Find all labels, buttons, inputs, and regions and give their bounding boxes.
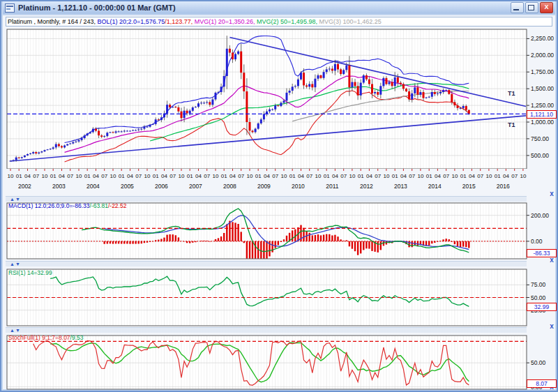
month-tick-label: 01 bbox=[119, 173, 125, 179]
rsi-reorder-arrows[interactable]: ▲▼ bbox=[10, 262, 21, 266]
y-axis-tick: 2,250.00 bbox=[531, 35, 554, 42]
month-tick-label: 04 bbox=[93, 173, 99, 179]
month-tick-label: 07 bbox=[375, 173, 381, 179]
label-segment: RSI(1) 14=32.99 bbox=[8, 269, 52, 276]
month-tick-label: 04 bbox=[59, 173, 65, 179]
month-tick-label: 10 bbox=[213, 173, 219, 179]
month-tick-label: 10 bbox=[349, 173, 355, 179]
month-tick-label: 10 bbox=[315, 173, 322, 179]
label-segment: /9.53 bbox=[70, 334, 84, 341]
month-tick-label: 10 bbox=[179, 173, 185, 179]
current-price-box: 1,121.10 bbox=[527, 110, 557, 119]
month-tick-label: 04 bbox=[161, 173, 167, 179]
close-button[interactable]: X bbox=[540, 2, 553, 13]
macd-value-box: -86.33 bbox=[527, 249, 557, 257]
year-label: 2004 bbox=[86, 183, 100, 190]
macd-panel-close-button[interactable]: x bbox=[548, 257, 555, 264]
time-axis: 1001040710010407100104071001040710010407… bbox=[6, 169, 555, 197]
month-tick-label: 01 bbox=[50, 173, 56, 179]
month-tick-label: 01 bbox=[187, 173, 193, 179]
y-axis-tick: 500.00 bbox=[531, 152, 549, 159]
month-tick-label: 01 bbox=[495, 173, 501, 179]
year-label: 2012 bbox=[360, 183, 373, 190]
year-label: 2009 bbox=[257, 183, 271, 190]
y-axis-tick: 50.00 bbox=[531, 359, 546, 366]
month-tick-label: 04 bbox=[400, 173, 407, 179]
chart-window: Platinum - 1,121.10 - 00:00:00 01 Mar (G… bbox=[0, 0, 558, 392]
month-tick-label: 04 bbox=[298, 173, 304, 179]
month-tick-label: 10 bbox=[451, 173, 458, 179]
month-tick-label: 04 bbox=[435, 173, 441, 179]
stoch-panel-canvas[interactable]: 50.000.00 bbox=[6, 331, 555, 392]
label-segment: Platinum , Monthly, # 164 / 243, bbox=[8, 18, 97, 25]
y-axis-tick: 1,000.00 bbox=[531, 119, 554, 126]
month-tick-label: 07 bbox=[204, 173, 210, 179]
trendline-label-lower: T1 bbox=[508, 121, 515, 128]
month-tick-label: 04 bbox=[366, 173, 372, 179]
month-tick-label: 10 bbox=[383, 173, 389, 179]
macd-reorder-arrows[interactable]: ▲▼ bbox=[10, 197, 21, 202]
y-axis-tick: 200.00 bbox=[531, 212, 549, 219]
main-chart-canvas[interactable]: 2,250.002,000.001,750.001,500.001,250.00… bbox=[6, 27, 555, 169]
month-tick-label: 04 bbox=[195, 173, 202, 179]
restore-button[interactable] bbox=[525, 2, 538, 13]
label-segment: StochFull(1) 9;1;7=8.07 bbox=[8, 334, 70, 341]
rsi-panel-canvas[interactable]: 75.0050.0025.00 bbox=[6, 264, 555, 331]
label-segment: MVG(2) 50=1,495.98, bbox=[257, 18, 319, 25]
month-tick-label: 01 bbox=[358, 173, 364, 179]
month-tick-label: 07 bbox=[33, 173, 39, 179]
month-tick-label: 07 bbox=[477, 173, 483, 179]
close-icon: X bbox=[544, 3, 548, 10]
month-tick-label: 07 bbox=[272, 173, 278, 179]
y-axis-tick: 75.00 bbox=[531, 281, 546, 288]
month-tick-label: 04 bbox=[469, 173, 475, 179]
month-tick-label: 10 bbox=[8, 173, 14, 179]
month-tick-label: 01 bbox=[221, 173, 227, 179]
month-tick-label: 04 bbox=[503, 173, 509, 179]
y-axis-tick: 0.00 bbox=[531, 238, 543, 245]
month-tick-label: 04 bbox=[264, 173, 270, 179]
year-label: 2003 bbox=[52, 183, 66, 190]
month-tick-label: 01 bbox=[289, 173, 296, 179]
stoch-indicator-label: StochFull(1) 9;1;7=8.07/9.53 bbox=[8, 335, 84, 341]
month-tick-label: 07 bbox=[101, 173, 107, 179]
instrument-info-bar: Platinum , Monthly, # 164 / 243, BOL(1) … bbox=[6, 17, 552, 27]
rsi-panel-close-button[interactable]: x bbox=[548, 323, 555, 330]
month-tick-label: 01 bbox=[153, 173, 159, 179]
y-axis-tick: 1,250.00 bbox=[531, 102, 554, 109]
label-segment: MVG(1) 20=1,350.26, bbox=[195, 18, 257, 25]
year-label: 2006 bbox=[155, 183, 168, 190]
month-tick-label: 07 bbox=[306, 173, 312, 179]
y-axis-tick: 2,000.00 bbox=[531, 52, 554, 59]
month-tick-label: 01 bbox=[324, 173, 330, 179]
month-tick-label: 01 bbox=[16, 173, 22, 179]
label-segment: BOL(1) 20;2.0=1,576.75 bbox=[97, 18, 165, 25]
label-segment: /-63.81 bbox=[89, 202, 107, 209]
window-icon bbox=[5, 3, 15, 13]
year-label: 2008 bbox=[223, 183, 236, 190]
minimize-button[interactable] bbox=[511, 2, 524, 13]
y-axis-tick: 50.00 bbox=[531, 294, 546, 301]
month-tick-label: 10 bbox=[281, 173, 287, 179]
label-segment: MVG(3) 100=1,462.25 bbox=[319, 18, 381, 25]
label-segment: MACD(1) 12.0;26.0;9.0=-86.33 bbox=[8, 202, 89, 209]
trendline-label-upper: T1 bbox=[508, 90, 515, 97]
year-label: 2005 bbox=[121, 183, 134, 190]
stoch-reorder-arrows[interactable]: ▲▼ bbox=[10, 328, 21, 333]
main-panel-close-button[interactable]: x bbox=[548, 190, 555, 197]
month-tick-label: 10 bbox=[247, 173, 253, 179]
rsi-value-box: 32.99 bbox=[527, 303, 557, 311]
month-tick-label: 07 bbox=[511, 173, 518, 179]
month-tick-label: 07 bbox=[443, 173, 449, 179]
y-axis-tick: 1,500.00 bbox=[531, 85, 554, 92]
year-label: 2011 bbox=[326, 183, 339, 190]
year-label: 2007 bbox=[189, 183, 202, 190]
month-tick-label: 04 bbox=[127, 173, 133, 179]
y-axis-tick: 1,750.00 bbox=[531, 68, 554, 75]
month-tick-label: 01 bbox=[255, 173, 262, 179]
month-tick-label: 10 bbox=[144, 173, 151, 179]
title-bar[interactable]: Platinum - 1,121.10 - 00:00:00 01 Mar (G… bbox=[3, 1, 555, 14]
year-label: 2013 bbox=[394, 183, 407, 190]
label-segment: /-22.52 bbox=[108, 202, 126, 209]
month-tick-label: 07 bbox=[67, 173, 73, 179]
